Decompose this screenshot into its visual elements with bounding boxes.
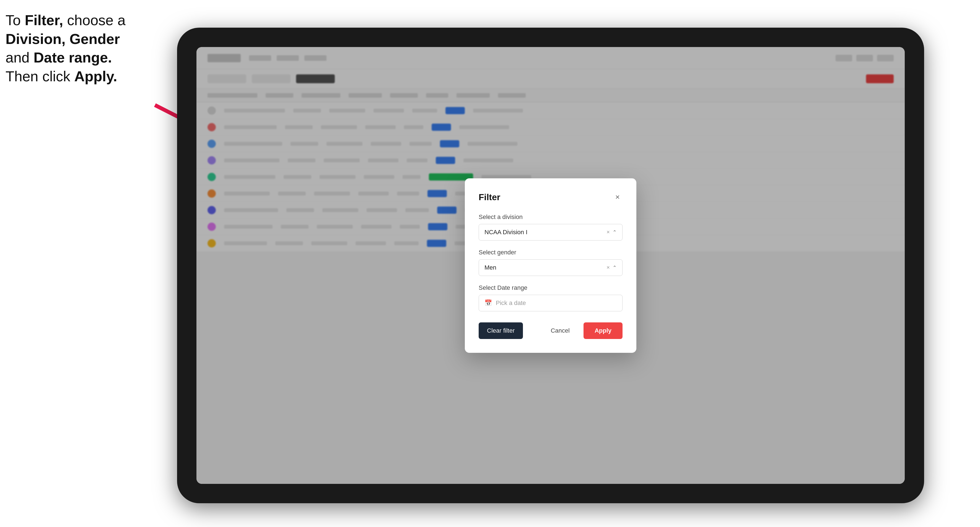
gender-form-group: Select gender Men × ⌃	[479, 249, 622, 276]
tablet-screen: Filter × Select a division NCAA Division…	[196, 47, 905, 484]
gender-selected-value: Men	[484, 264, 496, 271]
modal-close-button[interactable]: ×	[612, 192, 622, 202]
gender-label: Select gender	[479, 249, 622, 256]
division-select[interactable]: NCAA Division I × ⌃	[479, 224, 622, 241]
date-form-group: Select Date range 📅 Pick a date	[479, 284, 622, 311]
filter-modal: Filter × Select a division NCAA Division…	[465, 178, 636, 353]
clear-filter-button[interactable]: Clear filter	[479, 322, 523, 339]
division-select-controls: × ⌃	[606, 229, 617, 235]
calendar-icon: 📅	[484, 300, 492, 306]
tablet-frame: Filter × Select a division NCAA Division…	[177, 28, 924, 503]
instruction-text: To Filter, choose a Division, Gender and…	[6, 11, 166, 86]
division-form-group: Select a division NCAA Division I × ⌃	[479, 213, 622, 241]
division-selected-value: NCAA Division I	[484, 229, 527, 236]
gender-select-controls: × ⌃	[606, 264, 617, 271]
cancel-button[interactable]: Cancel	[542, 322, 578, 339]
modal-overlay: Filter × Select a division NCAA Division…	[196, 47, 905, 484]
modal-title: Filter	[479, 192, 500, 202]
division-label: Select a division	[479, 213, 622, 221]
date-placeholder: Pick a date	[496, 300, 526, 306]
date-input[interactable]: 📅 Pick a date	[479, 295, 622, 311]
division-chevron-icon: ⌃	[612, 229, 617, 235]
apply-button[interactable]: Apply	[584, 322, 622, 339]
division-clear-icon[interactable]: ×	[606, 229, 610, 235]
gender-chevron-icon: ⌃	[612, 265, 617, 271]
gender-clear-icon[interactable]: ×	[606, 264, 610, 271]
modal-header: Filter ×	[479, 192, 622, 202]
modal-footer: Clear filter Cancel Apply	[479, 322, 622, 339]
date-label: Select Date range	[479, 284, 622, 291]
gender-select[interactable]: Men × ⌃	[479, 259, 622, 276]
modal-footer-right: Cancel Apply	[542, 322, 622, 339]
